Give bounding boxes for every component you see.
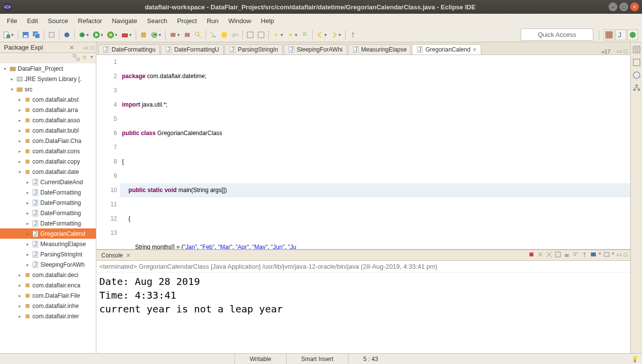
menu-refactor[interactable]: Refactor: [73, 15, 107, 27]
new-java-package-button[interactable]: [139, 30, 148, 40]
toggle-mark-button[interactable]: [208, 30, 218, 40]
save-button[interactable]: [21, 30, 30, 40]
menu-file[interactable]: File: [2, 15, 22, 27]
tree-pkg[interactable]: com.DataFlair.Cha: [32, 138, 81, 144]
tree-pkg[interactable]: com.dataflair.asso: [32, 117, 80, 124]
tree-project[interactable]: DataFlair_Project: [18, 65, 63, 72]
menu-navigate[interactable]: Navigate: [107, 15, 142, 27]
pin-button[interactable]: [348, 30, 358, 40]
tab-close-icon[interactable]: ✕: [472, 47, 477, 53]
quick-access-input[interactable]: Quick Access: [521, 28, 593, 41]
toggle-block-button[interactable]: [219, 30, 229, 40]
view-close-icon[interactable]: ✕: [69, 44, 74, 51]
search-button[interactable]: [193, 30, 203, 40]
external-tools-button[interactable]: [120, 30, 130, 40]
debug-button[interactable]: [77, 30, 87, 40]
tree-pkg[interactable]: com.dataflair.arra: [32, 107, 78, 113]
tree-pkg[interactable]: com.dataflair.enca: [32, 282, 80, 289]
menu-window[interactable]: Window: [224, 15, 256, 27]
menu-edit[interactable]: Edit: [22, 15, 43, 27]
new-java-class-button[interactable]: C: [149, 30, 159, 40]
console-open-icon[interactable]: [603, 251, 610, 259]
new-button[interactable]: [2, 30, 12, 40]
next-annotation-button[interactable]: [271, 30, 281, 40]
editor-minimize-icon[interactable]: ▭: [616, 48, 622, 55]
open-perspective-button[interactable]: [604, 29, 614, 40]
prev-annotation-button[interactable]: [286, 30, 295, 40]
tree-pkg[interactable]: com.dataflair.abst: [32, 96, 79, 103]
tree-pkg[interactable]: com.dataflair.copy: [32, 158, 80, 165]
tab-sleepingforawhi[interactable]: JSleepingForAWhi: [284, 44, 347, 55]
view-minimize-icon[interactable]: ▭: [83, 44, 88, 51]
back-button[interactable]: [315, 30, 325, 40]
save-all-button[interactable]: [31, 30, 41, 40]
tree-pkg[interactable]: com.dataflair.inter: [32, 313, 79, 320]
heap-status-icon[interactable]: 💡: [627, 356, 642, 363]
toggle-whitespace-button[interactable]: a=: [230, 30, 240, 40]
tab-dateformattingU[interactable]: JDateFormattingU: [161, 44, 223, 55]
tree-jre[interactable]: JRE System Library [.: [25, 76, 82, 83]
task-list-icon[interactable]: [632, 58, 641, 67]
tree-file[interactable]: DateFormatting: [40, 220, 81, 227]
tree-file[interactable]: DateFormatting: [40, 199, 81, 206]
console-output[interactable]: Date: Aug 28 2019 Time: 4:33:41 current …: [96, 273, 630, 353]
tree-pkg[interactable]: com.dataflair.deci: [32, 272, 78, 279]
editor-maximize-icon[interactable]: □: [624, 48, 627, 55]
tree-file[interactable]: DateFormatting: [40, 189, 81, 196]
tab-dateformattingu[interactable]: JDateFormattingu: [98, 44, 160, 55]
console-maximize-icon[interactable]: □: [624, 251, 627, 259]
tree-file[interactable]: DateFormatting: [40, 210, 81, 217]
open-task-button[interactable]: [168, 30, 178, 40]
minimize-button[interactable]: –: [609, 2, 617, 11]
tree-pkg[interactable]: com.DataFlair.File: [32, 292, 80, 299]
maximize-button[interactable]: □: [619, 2, 628, 11]
tree-pkg[interactable]: com.dataflair.cons: [32, 148, 80, 155]
tree-pkg-open[interactable]: com.dataflair.date: [32, 168, 79, 175]
menu-source[interactable]: Source: [43, 15, 73, 27]
open-element-button[interactable]: [182, 30, 192, 40]
tab-parsingstringin[interactable]: JParsingStringIn: [225, 44, 283, 55]
console-remove-icon[interactable]: [537, 251, 544, 259]
skip-breakpoints-button[interactable]: [62, 30, 72, 40]
console-pin-icon[interactable]: [581, 251, 588, 259]
java-perspective-button[interactable]: J: [615, 29, 626, 40]
close-button[interactable]: ×: [630, 2, 639, 11]
tree-pkg[interactable]: com.dataflair.bubl: [32, 127, 79, 134]
console-word-wrap-icon[interactable]: [572, 251, 579, 259]
code-content[interactable]: package com.dataflair.datetime; import j…: [120, 55, 630, 249]
menu-run[interactable]: Run: [202, 15, 224, 27]
tree-file[interactable]: ParsingStringInt: [40, 251, 82, 258]
annotation-next-button[interactable]: [256, 30, 266, 40]
collapse-all-icon[interactable]: [73, 54, 80, 62]
package-tree[interactable]: ▾DataFlair_Project ▸JRE System Library […: [0, 63, 96, 353]
console-minimize-icon[interactable]: ▭: [616, 251, 622, 259]
tree-file[interactable]: MeasuringElapse: [40, 241, 86, 248]
tree-file-selected[interactable]: GregorianCalend: [40, 230, 85, 237]
view-maximize-icon[interactable]: □: [90, 44, 94, 51]
code-editor[interactable]: 12345678910111213 package com.dataflair.…: [96, 55, 630, 249]
tree-file[interactable]: SleepingForAWh: [40, 261, 85, 268]
tree-pkg[interactable]: com.dataflair.inhe: [32, 303, 79, 309]
console-view-close-icon[interactable]: ✕: [126, 252, 131, 259]
menu-help[interactable]: Help: [256, 15, 279, 27]
outline-view-icon[interactable]: [632, 45, 641, 54]
link-editor-icon[interactable]: [82, 54, 88, 62]
annotation-prev-button[interactable]: [245, 30, 255, 40]
forward-button[interactable]: [329, 30, 339, 40]
debug-perspective-button[interactable]: [627, 29, 638, 40]
menu-search[interactable]: Search: [142, 15, 172, 27]
console-clear-icon[interactable]: [554, 251, 561, 259]
coverage-button[interactable]: [106, 30, 116, 40]
tree-src[interactable]: src: [25, 86, 32, 93]
console-terminate-icon[interactable]: [528, 251, 535, 259]
menu-project[interactable]: Project: [172, 15, 202, 27]
tab-measuringelapse[interactable]: JMeasuringElapse: [348, 44, 411, 55]
hierarchy-view-icon[interactable]: [632, 84, 641, 92]
open-type-button[interactable]: [47, 30, 57, 40]
view-menu-icon[interactable]: ▾: [90, 54, 93, 62]
tab-overflow-button[interactable]: »17: [598, 49, 613, 55]
console-display-icon[interactable]: [590, 251, 597, 259]
console-scroll-lock-icon[interactable]: [563, 251, 570, 259]
problems-view-icon[interactable]: [632, 71, 641, 80]
tree-file[interactable]: CurrentDateAnd: [40, 179, 83, 186]
